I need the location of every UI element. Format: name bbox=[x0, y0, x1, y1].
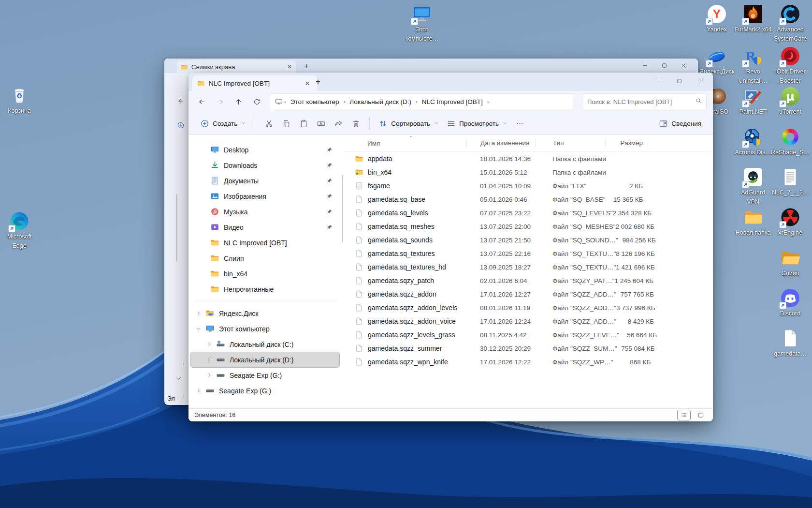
sidebar-item-seagate-exp-g-[interactable]: Seagate Exp (G:) bbox=[190, 383, 339, 398]
desktop-icon-iobit-driver-booster[interactable]: IObit DriverBooster bbox=[772, 46, 809, 85]
search-input[interactable] bbox=[586, 98, 695, 106]
bg-tab-close-icon[interactable]: ✕ bbox=[287, 63, 292, 70]
breadcrumb-item[interactable]: Этот компьютер bbox=[288, 97, 342, 107]
desktop-icon-discord[interactable]: Discord bbox=[772, 288, 809, 317]
desktop-icon-adguard-vpn[interactable]: AdGuardVPN bbox=[735, 167, 771, 206]
large-icons-view-toggle[interactable] bbox=[695, 410, 707, 420]
column-header-date[interactable]: Дата изменения bbox=[466, 139, 535, 148]
breadcrumb-chevron-icon[interactable]: › bbox=[415, 99, 418, 105]
bg-minimize-button[interactable] bbox=[635, 59, 654, 72]
search-box[interactable] bbox=[582, 93, 707, 110]
file-row[interactable]: gamedata.sqzz_addon_voice17.01.2026 12:2… bbox=[344, 314, 713, 328]
column-header-name[interactable]: Имя bbox=[344, 140, 466, 147]
bg-create-icon[interactable] bbox=[177, 121, 185, 131]
file-row[interactable]: gamedata.sqzz_summer30.12.2025 20:29Файл… bbox=[344, 342, 713, 355]
file-row[interactable]: gamedata.sq_sounds13.07.2025 21:50Файл "… bbox=[344, 233, 713, 247]
refresh-button[interactable] bbox=[248, 94, 265, 109]
sidebar-item-непрочитанные[interactable]: Непрочитанные bbox=[190, 282, 339, 297]
sidebar-item-музыка[interactable]: Музыка bbox=[190, 204, 339, 219]
desktop-icon-nlc-7-doc[interactable]: NLC_7_-_2… bbox=[772, 167, 809, 196]
maximize-button[interactable] bbox=[668, 73, 690, 89]
desktop-icon-utorrent[interactable]: µuTorrent bbox=[772, 86, 809, 116]
desktop-icon-revo-uninstaller[interactable]: RRevoUninstall… bbox=[735, 46, 771, 85]
minimize-button[interactable] bbox=[647, 73, 668, 89]
file-row[interactable]: gamedata.sq_base05.01.2026 0:46Файл "SQ_… bbox=[344, 193, 713, 206]
file-row[interactable]: gamedata.sqzz_addon_levels08.01.2026 11:… bbox=[344, 301, 713, 314]
create-button[interactable]: Создать bbox=[196, 116, 250, 131]
desktop-icon-reshade[interactable]: ReShade_S… bbox=[772, 127, 809, 156]
file-row[interactable]: appdata18.01.2026 14:36Папка с файлами bbox=[344, 152, 713, 165]
breadcrumb-chevron-icon[interactable]: › bbox=[284, 99, 287, 105]
copy-button[interactable] bbox=[277, 115, 295, 132]
sidebar-item-яндекс-диск[interactable]: Яндекс.Диск bbox=[190, 306, 339, 321]
sidebar-item-nlc-improved-obt-[interactable]: NLC Improved [OBT] bbox=[190, 235, 339, 250]
chevron-right-icon[interactable] bbox=[205, 342, 213, 347]
file-row[interactable]: fsgame01.04.2025 10:09Файл "LTX"2 КБ bbox=[344, 179, 713, 193]
chevron-right-icon[interactable] bbox=[194, 388, 202, 393]
chevron-right-icon[interactable] bbox=[194, 311, 202, 316]
file-row[interactable]: gamedata.sqzz_wpn_knife17.01.2026 12:22Ф… bbox=[344, 355, 713, 369]
tab-nlc-improved[interactable]: NLC Improved [OBT] ✕ bbox=[192, 75, 317, 91]
up-button[interactable] bbox=[230, 94, 246, 109]
bg-chevron-right-icon[interactable] bbox=[180, 392, 185, 400]
sidebar-item-видео[interactable]: Видео bbox=[190, 220, 339, 235]
breadcrumb-item[interactable]: NLC Improved [OBT] bbox=[419, 97, 486, 107]
desktop-icon-new-folder[interactable]: Новая папка bbox=[735, 207, 771, 237]
breadcrumb-chevron-icon[interactable]: › bbox=[343, 99, 346, 105]
desktop-icon-acronis[interactable]: Acronis Dis… bbox=[735, 127, 771, 156]
sort-button[interactable]: Сортировать bbox=[375, 116, 443, 131]
desktop-icon-recycle-bin[interactable]: ♻Корзина bbox=[1, 85, 38, 115]
sidebar-item-документы[interactable]: Документы bbox=[190, 173, 339, 188]
desktop-icon-sliip-folder[interactable]: Слиип bbox=[772, 248, 809, 277]
desktop-icon-paintnet[interactable]: Paint.NET bbox=[735, 86, 771, 116]
file-row[interactable]: gamedata.sqzz_levels_grass08.11.2025 4:4… bbox=[344, 328, 713, 342]
bg-new-tab-button[interactable]: + bbox=[301, 62, 312, 71]
tab-close-icon[interactable]: ✕ bbox=[303, 78, 312, 88]
paste-button[interactable] bbox=[295, 115, 312, 132]
share-button[interactable] bbox=[330, 115, 347, 132]
breadcrumb[interactable]: ›Этот компьютер›Локальный диск (D:)›NLC … bbox=[270, 93, 574, 110]
rename-button[interactable] bbox=[312, 115, 330, 132]
bg-chevron-down-icon[interactable] bbox=[176, 375, 182, 383]
details-view-toggle[interactable] bbox=[677, 410, 691, 420]
bg-tab-screenshots[interactable]: Снимки экрана ✕ bbox=[177, 60, 296, 73]
column-header-type[interactable]: Тип bbox=[535, 139, 605, 148]
sidebar-item-этот-компьютер[interactable]: Этот компьютер bbox=[190, 321, 339, 336]
file-row[interactable]: gamedata.sqzz_addon17.01.2026 12:27Файл … bbox=[344, 287, 713, 301]
file-row[interactable]: gamedata.sq_textures_hd13.09.2025 18:27Ф… bbox=[344, 260, 713, 274]
bg-back-icon[interactable] bbox=[177, 97, 185, 106]
new-tab-button[interactable]: + bbox=[312, 77, 324, 87]
desktop-icon-this-pc[interactable]: Этоткомпьюте… bbox=[404, 4, 440, 43]
file-row[interactable]: gamedata.sq_levels07.07.2025 23:22Файл "… bbox=[344, 206, 713, 220]
chevron-right-icon[interactable] bbox=[205, 357, 213, 362]
sidebar-item-локальный-диск-d-[interactable]: Локальный диск (D:) bbox=[190, 352, 339, 367]
back-button[interactable] bbox=[193, 94, 210, 109]
file-row[interactable]: gamedata.sq_meshes13.07.2025 22:00Файл "… bbox=[344, 220, 713, 233]
file-row[interactable]: bin_x6415.01.2026 5:12Папка с файлами bbox=[344, 165, 713, 179]
explorer-window[interactable]: NLC Improved [OBT] ✕ + ›Этот компьютер›Л… bbox=[188, 73, 713, 421]
details-pane-button[interactable]: Сведения bbox=[655, 116, 705, 131]
chevron-right-icon[interactable] bbox=[205, 373, 213, 378]
desktop-icon-microsoft-edge[interactable]: MicrosoftEdge bbox=[1, 211, 38, 250]
cut-button[interactable] bbox=[260, 115, 277, 132]
column-header-size[interactable]: Размер bbox=[605, 139, 648, 148]
file-row[interactable]: gamedata.sqzy_patch02.01.2026 6:04Файл "… bbox=[344, 274, 713, 287]
desktop-icon-xrengine[interactable]: xrEngine bbox=[772, 207, 809, 237]
sidebar-item-слиип[interactable]: Слиип bbox=[190, 251, 339, 266]
desktop-icon-advanced-systemcare[interactable]: AdvancedSystemCare bbox=[772, 4, 809, 43]
file-row[interactable]: gamedata.sq_textures13.07.2025 22:16Файл… bbox=[344, 247, 713, 260]
breadcrumb-item[interactable]: Локальный диск (D:) bbox=[347, 97, 414, 107]
nav-scrollbar[interactable] bbox=[342, 175, 343, 242]
forward-button[interactable] bbox=[212, 94, 228, 109]
sidebar-item-seagate-exp-g-[interactable]: Seagate Exp (G:) bbox=[190, 368, 339, 383]
desktop-icon-furmark2[interactable]: FurMark2 x64 bbox=[735, 4, 771, 33]
bg-scrollbar[interactable] bbox=[176, 194, 177, 262]
desktop-icon-gamedata-doc[interactable]: gamedata… bbox=[772, 328, 809, 358]
desktop-icon-yandex-disk[interactable]: Яндекс.Диск bbox=[698, 46, 735, 75]
view-button[interactable]: Просмотреть bbox=[443, 116, 511, 131]
sidebar-item-локальный-диск-c-[interactable]: Локальный диск (C:) bbox=[190, 337, 339, 352]
sidebar-item-desktop[interactable]: Desktop bbox=[190, 142, 339, 157]
breadcrumb-chevron-icon[interactable]: › bbox=[487, 99, 490, 105]
bg-maximize-button[interactable] bbox=[654, 59, 674, 72]
bg-chevron-right-icon[interactable] bbox=[180, 360, 185, 368]
